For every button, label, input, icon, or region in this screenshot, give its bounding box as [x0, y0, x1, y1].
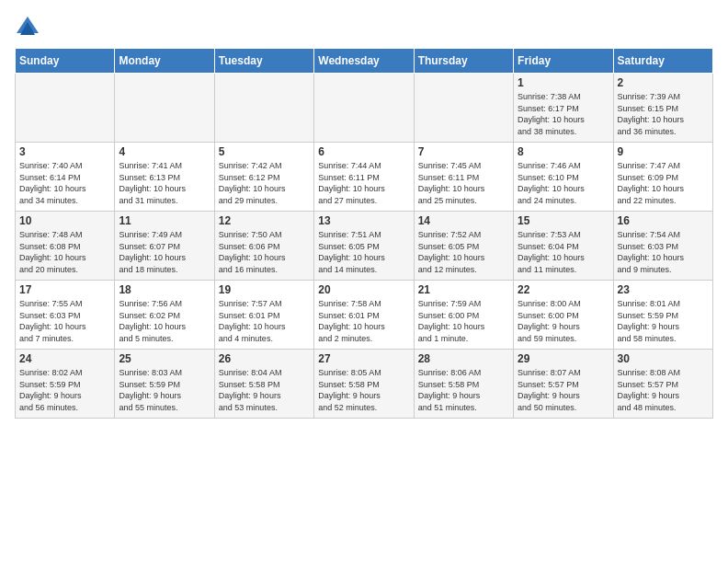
- day-cell: 20Sunrise: 7:58 AMSunset: 6:01 PMDayligh…: [314, 281, 414, 350]
- day-number: 22: [518, 283, 609, 296]
- day-cell: 25Sunrise: 8:03 AMSunset: 5:59 PMDayligh…: [115, 350, 214, 419]
- calendar-header: SundayMondayTuesdayWednesdayThursdayFrid…: [16, 49, 713, 74]
- day-cell: 9Sunrise: 7:47 AMSunset: 6:09 PMDaylight…: [613, 143, 712, 212]
- day-cell: [414, 74, 513, 143]
- day-cell: 13Sunrise: 7:51 AMSunset: 6:05 PMDayligh…: [314, 212, 414, 281]
- day-info: Sunrise: 8:05 AMSunset: 5:58 PMDaylight:…: [318, 367, 409, 413]
- day-info: Sunrise: 7:45 AMSunset: 6:11 PMDaylight:…: [418, 160, 509, 206]
- day-cell: 27Sunrise: 8:05 AMSunset: 5:58 PMDayligh…: [314, 350, 414, 419]
- day-info: Sunrise: 8:03 AMSunset: 5:59 PMDaylight:…: [119, 367, 210, 413]
- day-cell: 21Sunrise: 7:59 AMSunset: 6:00 PMDayligh…: [414, 281, 513, 350]
- day-number: 18: [119, 283, 210, 296]
- day-info: Sunrise: 8:00 AMSunset: 6:00 PMDaylight:…: [518, 298, 609, 344]
- day-info: Sunrise: 7:56 AMSunset: 6:02 PMDaylight:…: [119, 298, 210, 344]
- day-number: 4: [119, 145, 210, 158]
- day-number: 7: [418, 145, 509, 158]
- header: [15, 15, 713, 40]
- week-row-3: 17Sunrise: 7:55 AMSunset: 6:03 PMDayligh…: [16, 281, 713, 350]
- day-info: Sunrise: 7:46 AMSunset: 6:10 PMDaylight:…: [518, 160, 609, 206]
- day-info: Sunrise: 7:38 AMSunset: 6:17 PMDaylight:…: [518, 91, 609, 137]
- day-number: 10: [19, 214, 110, 227]
- day-cell: 16Sunrise: 7:54 AMSunset: 6:03 PMDayligh…: [613, 212, 712, 281]
- day-number: 26: [219, 352, 310, 365]
- day-header-sunday: Sunday: [16, 49, 115, 74]
- day-cell: 3Sunrise: 7:40 AMSunset: 6:14 PMDaylight…: [16, 143, 115, 212]
- day-cell: [16, 74, 115, 143]
- day-cell: 29Sunrise: 8:07 AMSunset: 5:57 PMDayligh…: [514, 350, 613, 419]
- day-cell: 22Sunrise: 8:00 AMSunset: 6:00 PMDayligh…: [514, 281, 613, 350]
- day-cell: [115, 74, 214, 143]
- day-info: Sunrise: 7:55 AMSunset: 6:03 PMDaylight:…: [19, 298, 110, 344]
- day-info: Sunrise: 8:06 AMSunset: 5:58 PMDaylight:…: [418, 367, 509, 413]
- day-number: 23: [618, 283, 709, 296]
- day-number: 2: [618, 76, 709, 89]
- day-number: 14: [418, 214, 509, 227]
- day-info: Sunrise: 7:41 AMSunset: 6:13 PMDaylight:…: [119, 160, 210, 206]
- day-number: 15: [518, 214, 609, 227]
- day-info: Sunrise: 7:39 AMSunset: 6:15 PMDaylight:…: [618, 91, 709, 137]
- day-cell: 17Sunrise: 7:55 AMSunset: 6:03 PMDayligh…: [16, 281, 115, 350]
- day-cell: 1Sunrise: 7:38 AMSunset: 6:17 PMDaylight…: [514, 74, 613, 143]
- day-number: 8: [518, 145, 609, 158]
- calendar-body: 1Sunrise: 7:38 AMSunset: 6:17 PMDaylight…: [16, 74, 713, 419]
- day-number: 17: [19, 283, 110, 296]
- day-number: 13: [318, 214, 409, 227]
- week-row-2: 10Sunrise: 7:48 AMSunset: 6:08 PMDayligh…: [16, 212, 713, 281]
- day-cell: 2Sunrise: 7:39 AMSunset: 6:15 PMDaylight…: [613, 74, 712, 143]
- logo-icon: [15, 15, 40, 40]
- day-number: 20: [318, 283, 409, 296]
- day-info: Sunrise: 7:59 AMSunset: 6:00 PMDaylight:…: [418, 298, 509, 344]
- day-info: Sunrise: 7:53 AMSunset: 6:04 PMDaylight:…: [518, 229, 609, 275]
- day-number: 5: [219, 145, 310, 158]
- week-row-1: 3Sunrise: 7:40 AMSunset: 6:14 PMDaylight…: [16, 143, 713, 212]
- day-cell: 11Sunrise: 7:49 AMSunset: 6:07 PMDayligh…: [115, 212, 214, 281]
- day-number: 30: [618, 352, 709, 365]
- day-cell: 8Sunrise: 7:46 AMSunset: 6:10 PMDaylight…: [514, 143, 613, 212]
- day-cell: 23Sunrise: 8:01 AMSunset: 5:59 PMDayligh…: [613, 281, 712, 350]
- day-info: Sunrise: 8:07 AMSunset: 5:57 PMDaylight:…: [518, 367, 609, 413]
- day-info: Sunrise: 7:57 AMSunset: 6:01 PMDaylight:…: [219, 298, 310, 344]
- day-info: Sunrise: 7:49 AMSunset: 6:07 PMDaylight:…: [119, 229, 210, 275]
- day-cell: 14Sunrise: 7:52 AMSunset: 6:05 PMDayligh…: [414, 212, 513, 281]
- day-number: 11: [119, 214, 210, 227]
- day-info: Sunrise: 7:51 AMSunset: 6:05 PMDaylight:…: [318, 229, 409, 275]
- day-header-monday: Monday: [115, 49, 214, 74]
- day-number: 19: [219, 283, 310, 296]
- day-info: Sunrise: 8:01 AMSunset: 5:59 PMDaylight:…: [618, 298, 709, 344]
- day-header-friday: Friday: [514, 49, 613, 74]
- logo: [15, 15, 44, 40]
- day-header-thursday: Thursday: [414, 49, 513, 74]
- day-number: 29: [518, 352, 609, 365]
- day-info: Sunrise: 7:42 AMSunset: 6:12 PMDaylight:…: [219, 160, 310, 206]
- calendar-table: SundayMondayTuesdayWednesdayThursdayFrid…: [15, 48, 713, 419]
- day-cell: 6Sunrise: 7:44 AMSunset: 6:11 PMDaylight…: [314, 143, 414, 212]
- day-cell: 5Sunrise: 7:42 AMSunset: 6:12 PMDaylight…: [214, 143, 313, 212]
- day-info: Sunrise: 7:54 AMSunset: 6:03 PMDaylight:…: [618, 229, 709, 275]
- day-cell: 28Sunrise: 8:06 AMSunset: 5:58 PMDayligh…: [414, 350, 513, 419]
- day-info: Sunrise: 7:44 AMSunset: 6:11 PMDaylight:…: [318, 160, 409, 206]
- day-number: 27: [318, 352, 409, 365]
- day-number: 12: [219, 214, 310, 227]
- day-cell: 30Sunrise: 8:08 AMSunset: 5:57 PMDayligh…: [613, 350, 712, 419]
- week-row-0: 1Sunrise: 7:38 AMSunset: 6:17 PMDaylight…: [16, 74, 713, 143]
- day-info: Sunrise: 8:04 AMSunset: 5:58 PMDaylight:…: [219, 367, 310, 413]
- day-number: 21: [418, 283, 509, 296]
- day-cell: 26Sunrise: 8:04 AMSunset: 5:58 PMDayligh…: [214, 350, 313, 419]
- day-header-wednesday: Wednesday: [314, 49, 414, 74]
- day-info: Sunrise: 7:50 AMSunset: 6:06 PMDaylight:…: [219, 229, 310, 275]
- day-number: 25: [119, 352, 210, 365]
- day-cell: [314, 74, 414, 143]
- day-number: 9: [618, 145, 709, 158]
- day-header-tuesday: Tuesday: [214, 49, 313, 74]
- day-cell: 19Sunrise: 7:57 AMSunset: 6:01 PMDayligh…: [214, 281, 313, 350]
- day-info: Sunrise: 7:52 AMSunset: 6:05 PMDaylight:…: [418, 229, 509, 275]
- day-number: 3: [19, 145, 110, 158]
- day-cell: 12Sunrise: 7:50 AMSunset: 6:06 PMDayligh…: [214, 212, 313, 281]
- day-cell: 10Sunrise: 7:48 AMSunset: 6:08 PMDayligh…: [16, 212, 115, 281]
- day-cell: 4Sunrise: 7:41 AMSunset: 6:13 PMDaylight…: [115, 143, 214, 212]
- day-cell: 18Sunrise: 7:56 AMSunset: 6:02 PMDayligh…: [115, 281, 214, 350]
- day-info: Sunrise: 8:02 AMSunset: 5:59 PMDaylight:…: [19, 367, 110, 413]
- day-cell: 7Sunrise: 7:45 AMSunset: 6:11 PMDaylight…: [414, 143, 513, 212]
- day-number: 1: [518, 76, 609, 89]
- header-row: SundayMondayTuesdayWednesdayThursdayFrid…: [16, 49, 713, 74]
